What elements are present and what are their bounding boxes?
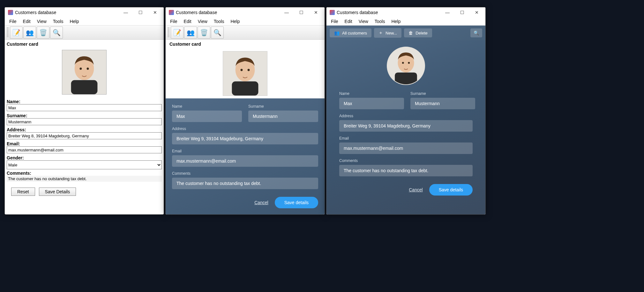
trash-icon[interactable]: 🗑️: [198, 27, 210, 39]
svg-point-3: [87, 68, 89, 70]
save-details-button[interactable]: Save details: [429, 184, 473, 196]
name-label: Name: [339, 91, 404, 96]
svg-point-8: [248, 69, 250, 71]
customer-photo: [62, 50, 107, 95]
window-modern: Customers database — ☐ ✕ File Edit View …: [326, 7, 486, 215]
address-input[interactable]: [7, 132, 162, 139]
search-icon[interactable]: 🔍: [50, 27, 63, 39]
comments-input[interactable]: [172, 178, 318, 189]
menu-view[interactable]: View: [34, 18, 50, 25]
menu-edit[interactable]: Edit: [341, 18, 356, 25]
reset-button[interactable]: Reset: [11, 188, 35, 196]
save-details-button[interactable]: Save details: [275, 197, 318, 208]
svg-rect-14: [395, 73, 417, 84]
customer-photo: [387, 47, 425, 85]
minimize-button[interactable]: —: [279, 7, 294, 18]
menubar: File Edit View Tools Help: [326, 18, 485, 26]
window-title: Customers database: [337, 10, 440, 15]
toolbar: 📝 👥 🗑️ 🔍: [166, 26, 325, 40]
users-icon[interactable]: 👥: [23, 27, 36, 39]
menu-edit[interactable]: Edit: [20, 18, 34, 25]
new-label: New...: [386, 31, 397, 35]
menu-tools[interactable]: Tools: [371, 18, 388, 25]
search-button[interactable]: 🔍: [470, 28, 482, 37]
all-customers-label: All customers: [342, 31, 367, 35]
app-icon: [330, 10, 335, 15]
menu-tools[interactable]: Tools: [211, 18, 228, 25]
window-title: Customers database: [176, 10, 279, 15]
comments-label: Comments:: [7, 171, 162, 176]
users-icon[interactable]: 👥: [184, 27, 197, 39]
menu-tools[interactable]: Tools: [50, 18, 67, 25]
window-classic: Customers database — ☐ ✕ File Edit View …: [4, 7, 164, 215]
minimize-button[interactable]: —: [440, 7, 455, 18]
name-input[interactable]: [339, 98, 404, 109]
minimize-button[interactable]: —: [118, 7, 133, 18]
menu-view[interactable]: View: [195, 18, 211, 25]
email-input[interactable]: [172, 155, 318, 167]
menu-help[interactable]: Help: [66, 18, 82, 25]
app-icon: [8, 10, 13, 15]
delete-button[interactable]: 🗑 Delete: [404, 28, 432, 37]
toolbar-grip: [7, 27, 9, 38]
comments-input[interactable]: [339, 165, 473, 176]
cancel-button[interactable]: Cancel: [409, 187, 423, 192]
window-hybrid: Customers database — ☐ ✕ File Edit View …: [165, 7, 325, 215]
new-button[interactable]: ＋ New...: [374, 28, 401, 38]
address-input[interactable]: [339, 120, 473, 132]
surname-label: Surname: [248, 104, 318, 109]
maximize-button[interactable]: ☐: [294, 7, 309, 18]
menubar: File Edit View Tools Help: [5, 18, 164, 26]
name-label: Name:: [7, 99, 162, 104]
email-label: Email: [172, 149, 318, 153]
toolbar-grip: [168, 27, 169, 38]
menu-file[interactable]: File: [328, 18, 341, 25]
menu-file[interactable]: File: [167, 18, 181, 25]
comments-label: Comments: [339, 158, 473, 163]
surname-input[interactable]: [410, 98, 475, 109]
comments-label: Comments: [172, 171, 318, 176]
name-input[interactable]: [7, 104, 162, 111]
new-note-icon[interactable]: 📝: [171, 27, 183, 39]
email-input[interactable]: [339, 142, 473, 154]
close-button[interactable]: ✕: [469, 7, 484, 18]
maximize-button[interactable]: ☐: [133, 7, 148, 18]
address-label: Address: [339, 114, 473, 118]
menu-help[interactable]: Help: [227, 18, 243, 25]
surname-label: Surname:: [7, 113, 162, 118]
titlebar: Customers database — ☐ ✕: [166, 7, 325, 18]
name-input[interactable]: [172, 111, 242, 122]
trash-icon[interactable]: 🗑️: [37, 27, 49, 39]
surname-input[interactable]: [7, 118, 162, 125]
svg-point-7: [241, 69, 243, 71]
menu-file[interactable]: File: [6, 18, 20, 25]
address-input[interactable]: [172, 133, 318, 144]
menu-help[interactable]: Help: [388, 18, 404, 25]
menu-edit[interactable]: Edit: [181, 18, 195, 25]
all-customers-button[interactable]: 👥 All customers: [330, 28, 371, 37]
maximize-button[interactable]: ☐: [455, 7, 469, 18]
customer-photo: [223, 51, 267, 96]
comments-text: The customer has no outstanding tax debt…: [7, 176, 162, 182]
close-button[interactable]: ✕: [148, 7, 162, 18]
form: Name Surname Address Email Comments Canc…: [326, 91, 485, 214]
close-button[interactable]: ✕: [309, 7, 323, 18]
address-label: Address:: [7, 127, 162, 132]
save-details-button[interactable]: Save Details: [39, 188, 76, 196]
email-input[interactable]: [7, 146, 162, 153]
trash-icon: 🗑: [408, 30, 413, 35]
svg-point-13: [408, 62, 410, 64]
cancel-button[interactable]: Cancel: [254, 200, 268, 205]
search-icon[interactable]: 🔍: [211, 27, 224, 39]
titlebar: Customers database — ☐ ✕: [5, 7, 164, 18]
gender-select[interactable]: Male: [7, 160, 162, 169]
new-note-icon[interactable]: 📝: [10, 27, 23, 39]
address-label: Address: [172, 127, 318, 131]
menu-view[interactable]: View: [356, 18, 371, 25]
email-label: Email:: [7, 141, 162, 146]
svg-point-12: [402, 62, 404, 64]
toolbar: 👥 All customers ＋ New... 🗑 Delete 🔍: [326, 26, 485, 40]
surname-input[interactable]: [248, 111, 318, 122]
toolbar: 📝 👥 🗑️ 🔍: [5, 26, 164, 40]
surname-label: Surname: [410, 91, 475, 96]
